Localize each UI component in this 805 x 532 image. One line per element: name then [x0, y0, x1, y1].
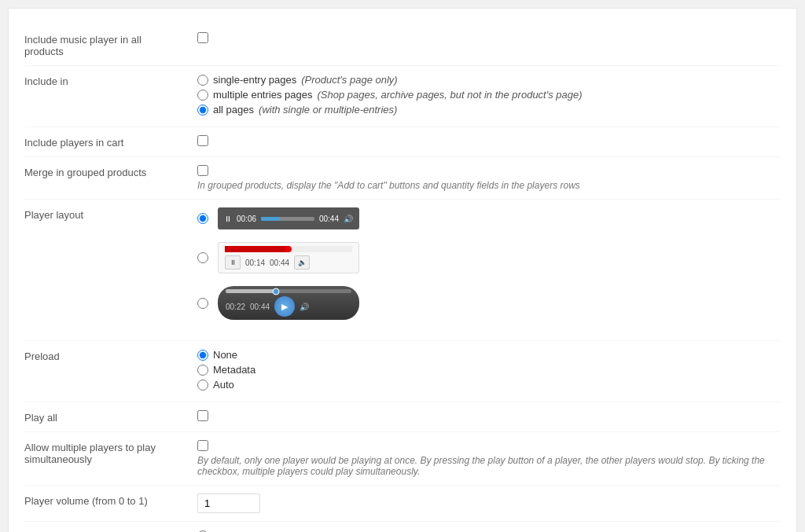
preload-row: Preload None Metadata Auto: [24, 341, 781, 402]
vol-icon-3: 🔊: [300, 303, 309, 311]
preload-label: Preload: [24, 349, 197, 362]
progress-fill-1: [261, 217, 280, 221]
player-layout-radio-2[interactable]: [197, 252, 208, 263]
progress-bar-3: [226, 289, 351, 293]
preload-auto-text: Auto: [213, 379, 234, 391]
time-text-2: 00:14: [245, 259, 265, 267]
allow-multiple-hint: By default, only one player would be pla…: [197, 455, 781, 477]
play-all-control: [197, 410, 781, 424]
player-layout-label: Player layout: [24, 207, 197, 221]
pause-btn-2: ⏸: [225, 255, 241, 270]
merge-grouped-hint: In grouped products, display the "Add to…: [197, 180, 781, 191]
preload-none-radio[interactable]: [197, 350, 208, 361]
include-music-player-row: Include music player in all products: [24, 24, 781, 66]
play-all-checkbox[interactable]: [197, 410, 208, 421]
include-in-multiple-italic: (Shop pages, archive pages, but not in t…: [317, 89, 582, 101]
include-music-player-label: Include music player in all products: [24, 32, 197, 57]
player-volume-input[interactable]: [197, 493, 260, 513]
include-in-row: Include in single-entry pages (Product's…: [24, 66, 781, 127]
include-in-single-radio[interactable]: [197, 75, 208, 86]
allow-multiple-row: Allow multiple players to play simultane…: [24, 432, 781, 486]
progress-thumb-2: [285, 246, 292, 252]
player-layout-row: Player layout ⏸ 00:06 00:44 🔊: [24, 200, 781, 341]
preload-auto-option[interactable]: Auto: [197, 379, 781, 391]
allow-multiple-control: By default, only one player would be pla…: [197, 440, 781, 477]
player-layout-option-2: ⏸ 00:14 00:44 🔈: [197, 242, 781, 273]
allow-multiple-label: Allow multiple players to play simultane…: [24, 440, 197, 465]
preload-metadata-text: Metadata: [213, 364, 255, 376]
preload-none-text: None: [213, 349, 237, 361]
include-in-all-italic: (with single or multiple-entries): [259, 104, 397, 116]
play-all-row: Play all: [24, 402, 781, 432]
volume-icon-1: 🔊: [344, 215, 353, 223]
include-players-cart-label: Include players in cart: [24, 135, 197, 149]
preload-control: None Metadata Auto: [197, 349, 781, 394]
preload-none-option[interactable]: None: [197, 349, 781, 361]
player-controls-row: Player controls the play/pause button on…: [24, 522, 781, 532]
player-preview-2: ⏸ 00:14 00:44 🔈: [218, 242, 359, 273]
include-in-control: single-entry pages (Product's page only)…: [197, 74, 781, 119]
vol-btn-2: 🔈: [294, 255, 310, 270]
time-text-3a: 00:22: [226, 303, 245, 311]
player-volume-row: Player volume (from 0 to 1): [24, 486, 781, 522]
player-layout-radio-3[interactable]: [197, 298, 208, 309]
merge-grouped-row: Merge in grouped products In grouped pro…: [24, 157, 781, 200]
progress-fill-red-2: [225, 246, 289, 252]
merge-grouped-label: Merge in grouped products: [24, 165, 197, 178]
play-btn-3: ▶: [274, 296, 295, 317]
player-layout-radio-1[interactable]: [197, 213, 208, 224]
player-controls-2: ⏸ 00:14 00:44 🔈: [225, 255, 352, 270]
include-in-multiple-entries[interactable]: multiple entries pages (Shop pages, arch…: [197, 89, 781, 101]
preload-auto-radio[interactable]: [197, 380, 208, 391]
player-layout-option-1: ⏸ 00:06 00:44 🔊: [197, 207, 781, 229]
player-volume-control: [197, 493, 781, 513]
play-all-label: Play all: [24, 410, 197, 424]
include-in-all-pages[interactable]: all pages (with single or multiple-entri…: [197, 104, 781, 116]
merge-grouped-checkbox[interactable]: [197, 165, 208, 176]
progress-fill-3: [226, 289, 276, 293]
pause-icon-1: ⏸: [224, 215, 232, 223]
settings-panel: Include music player in all products Inc…: [8, 8, 797, 532]
merge-grouped-control: In grouped products, display the "Add to…: [197, 165, 781, 191]
include-players-cart-checkbox[interactable]: [197, 135, 208, 146]
time-text-1a: 00:06: [237, 215, 256, 223]
preload-metadata-option[interactable]: Metadata: [197, 364, 781, 376]
include-in-single-italic: (Product's page only): [301, 74, 397, 86]
include-in-all-radio[interactable]: [197, 105, 208, 116]
include-in-single-entry[interactable]: single-entry pages (Product's page only): [197, 74, 781, 86]
time-text-1b: 00:44: [319, 215, 339, 223]
preload-metadata-radio[interactable]: [197, 365, 208, 376]
include-players-cart-row: Include players in cart: [24, 127, 781, 157]
include-music-player-control: [197, 32, 781, 46]
include-music-player-checkbox[interactable]: [197, 32, 208, 43]
time-text-2b: 00:44: [270, 259, 289, 267]
include-in-multiple-radio[interactable]: [197, 90, 208, 101]
include-players-cart-control: [197, 135, 781, 149]
include-in-all-text: all pages: [213, 104, 254, 116]
player-preview-3: 00:22 00:44 ▶ 🔊: [218, 286, 359, 320]
include-in-single-text: single-entry pages: [213, 74, 296, 86]
player-layout-control: ⏸ 00:06 00:44 🔊: [197, 207, 781, 332]
progress-thumb-3: [273, 288, 280, 295]
player-volume-label: Player volume (from 0 to 1): [24, 493, 197, 507]
progress-bar-2: [225, 246, 352, 252]
progress-bar-1: [261, 217, 314, 221]
player-controls-3: 00:22 00:44 ▶ 🔊: [226, 296, 351, 317]
include-in-multiple-text: multiple entries pages: [213, 89, 312, 101]
include-in-label: Include in: [24, 74, 197, 87]
allow-multiple-checkbox[interactable]: [197, 440, 208, 451]
player-layout-option-3: 00:22 00:44 ▶ 🔊: [197, 286, 781, 320]
player-preview-1: ⏸ 00:06 00:44 🔊: [218, 207, 359, 229]
time-text-3b: 00:44: [250, 303, 270, 311]
